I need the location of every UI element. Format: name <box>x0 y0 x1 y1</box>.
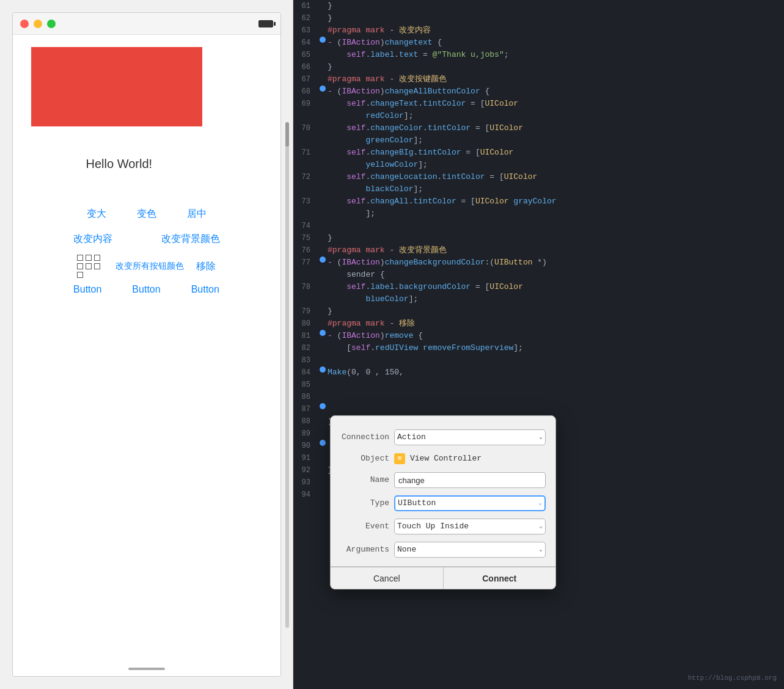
object-row: Object ⊙ View Controller <box>331 449 555 468</box>
simulator-window: Hello World! 变大 变色 居中 改变内容 改变背景颜色 <box>12 12 281 677</box>
checkbox-row-3 <box>77 272 100 278</box>
event-label: Event <box>340 520 389 533</box>
code-line-65: 65 self.label.text = @"Thank u,jobs"; <box>293 49 784 61</box>
checkbox-5[interactable] <box>86 263 92 269</box>
connection-row: Connection Action ⌄ <box>331 426 555 449</box>
button-row-1: 变大 变色 居中 <box>87 208 207 221</box>
code-line-83: 83 <box>293 354 784 366</box>
arguments-row: Arguments None ⌄ <box>331 538 555 561</box>
code-line-87: 87 <box>293 403 784 415</box>
code-line-84: 84 Make(0, 0 , 150, <box>293 366 784 379</box>
code-line-77: 77 - (IBAction)changeBackgroundColor:(UI… <box>293 257 784 269</box>
connect-button[interactable]: Connect <box>444 567 556 589</box>
connection-select-arrow: ⌄ <box>539 431 543 443</box>
juzhong-button[interactable]: 居中 <box>187 208 207 221</box>
simulator-panel: Hello World! 变大 变色 居中 改变内容 改变背景颜色 <box>0 0 293 689</box>
code-line-75: 75 } <box>293 232 784 244</box>
red-view <box>31 47 202 126</box>
watermark: http://blog.csphp8.org <box>688 672 777 684</box>
checkbox-row-1 <box>77 255 100 261</box>
button-row-4: Button Button Button <box>73 284 219 295</box>
type-row: Type UIButton ⌄ <box>331 492 555 515</box>
code-line-61: 61 } <box>293 0 784 12</box>
simulator-content: Hello World! 变大 变色 居中 改变内容 改变背景颜色 <box>13 35 280 676</box>
type-label: Type <box>340 497 389 509</box>
checkbox-4[interactable] <box>77 263 83 269</box>
close-button[interactable] <box>20 20 29 28</box>
name-row: Name <box>331 468 555 492</box>
checkbox-6[interactable] <box>94 263 100 269</box>
code-line-66: 66 } <box>293 61 784 73</box>
code-line-73: 73 self.changAll.tintColor = [UIColor gr… <box>293 195 784 208</box>
event-select[interactable]: Touch Up Inside ⌄ <box>394 519 546 534</box>
titlebar <box>13 13 280 35</box>
view-controller-icon: ⊙ <box>394 453 405 464</box>
change-bg-color-button[interactable]: 改变背景颜色 <box>161 233 220 246</box>
checkbox-7[interactable] <box>77 272 83 278</box>
bianse-button[interactable]: 变色 <box>137 208 156 221</box>
name-input[interactable] <box>394 472 546 488</box>
button-2[interactable]: Button <box>132 284 160 295</box>
button-1[interactable]: Button <box>73 284 101 295</box>
code-line-76: 76 #pragma mark - 改变背景颜色 <box>293 244 784 257</box>
arguments-select-arrow: ⌄ <box>539 544 543 556</box>
code-line-79: 79 } <box>293 305 784 318</box>
code-line-73b: ]; <box>293 208 784 220</box>
connection-value: Action <box>397 431 426 443</box>
code-line-82: 82 [self.redUIView removeFromSuperview]; <box>293 342 784 354</box>
code-line-80: 80 #pragma mark - 移除 <box>293 318 784 330</box>
type-select-arrow: ⌄ <box>538 497 542 509</box>
connection-select[interactable]: Action ⌄ <box>394 429 546 445</box>
type-select[interactable]: UIButton ⌄ <box>394 495 546 511</box>
left-scrollbar[interactable] <box>285 122 289 628</box>
code-line-72b: blackColor]; <box>293 183 784 195</box>
checkbox-2[interactable] <box>86 255 92 261</box>
event-row: Event Touch Up Inside ⌄ <box>331 515 555 538</box>
change-content-button[interactable]: 改变内容 <box>73 233 112 246</box>
object-label: Object <box>340 453 389 465</box>
minimize-button[interactable] <box>34 20 42 28</box>
code-line-86: 86 <box>293 391 784 403</box>
button-row-3: 改变所有按钮颜色 移除 <box>77 255 216 278</box>
code-line-85: 85 <box>293 379 784 391</box>
checkbox-row-2 <box>77 263 100 269</box>
scroll-indicator <box>128 668 165 670</box>
checkbox-group <box>77 255 100 278</box>
arguments-label: Arguments <box>340 544 389 556</box>
arguments-select[interactable]: None ⌄ <box>394 542 546 558</box>
bianda-button[interactable]: 变大 <box>87 208 106 221</box>
object-value: View Controller <box>410 453 482 465</box>
code-line-81: 81 - (IBAction)remove { <box>293 330 784 342</box>
object-value-row: ⊙ View Controller <box>394 453 482 465</box>
remove-button[interactable]: 移除 <box>196 260 216 273</box>
code-line-72: 72 self.changeLocation.tintColor = [UICo… <box>293 171 784 183</box>
maximize-button[interactable] <box>47 20 56 28</box>
hello-label: Hello World! <box>86 157 153 171</box>
change-all-button-color-button[interactable]: 改变所有按钮颜色 <box>115 261 184 272</box>
code-line-69: 69 self.changeText.tintColor = [UIColor <box>293 98 784 110</box>
code-line-69b: redColor]; <box>293 110 784 122</box>
checkbox-1[interactable] <box>77 255 83 261</box>
type-value: UIButton <box>398 497 436 509</box>
connection-dialog: Connection Action ⌄ Object ⊙ View Contro… <box>330 415 556 589</box>
code-line-70b: greenColor]; <box>293 134 784 147</box>
checkbox-3[interactable] <box>94 255 100 261</box>
code-line-71: 71 self.changeBIg.tintColor = [UIColor <box>293 147 784 159</box>
code-line-68: 68 - (IBAction)changeAllButtonColor { <box>293 86 784 98</box>
code-line-63: 63 #pragma mark - 改变内容 <box>293 24 784 37</box>
cancel-button[interactable]: Cancel <box>331 567 444 589</box>
code-line-67: 67 #pragma mark - 改变按键颜色 <box>293 73 784 86</box>
code-line-78b: blueColor]; <box>293 293 784 305</box>
code-line-64: 64 - (IBAction)changetext { <box>293 37 784 49</box>
code-line-78: 78 self.label.backgroundColor = [UIColor <box>293 281 784 293</box>
scrollbar-thumb[interactable] <box>285 122 289 147</box>
event-select-arrow: ⌄ <box>539 520 543 533</box>
button-row-2: 改变内容 改变背景颜色 <box>73 233 220 246</box>
code-line-77b: sender { <box>293 269 784 281</box>
code-line-74: 74 <box>293 220 784 232</box>
arguments-value: None <box>397 544 416 556</box>
popup-buttons: Cancel Connect <box>331 567 555 589</box>
button-3[interactable]: Button <box>191 284 219 295</box>
code-line-62: 62 } <box>293 12 784 24</box>
code-editor-panel: 61 } 62 } 63 #pragma mark - 改变内容 64 - (I… <box>293 0 784 689</box>
